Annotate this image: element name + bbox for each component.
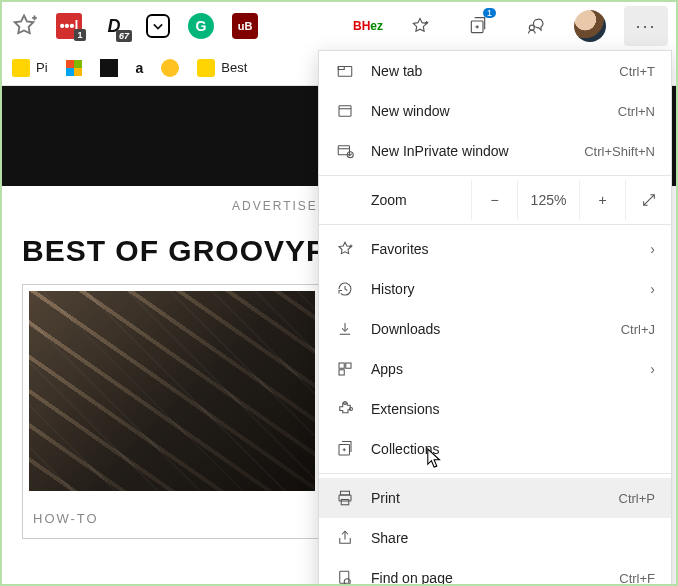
bookmark-dark-icon — [100, 59, 118, 77]
settings-and-more-button[interactable]: ··· — [624, 6, 668, 46]
menu-downloads-shortcut: Ctrl+J — [621, 322, 655, 337]
menu-inprivate[interactable]: New InPrivate window Ctrl+Shift+N — [319, 131, 671, 171]
menu-new-tab[interactable]: New tab Ctrl+T — [319, 51, 671, 91]
bookmark-best-label: Best — [221, 60, 247, 75]
menu-new-tab-label: New tab — [371, 63, 603, 79]
collections-icon — [335, 439, 355, 459]
menu-print-label: Print — [371, 490, 603, 506]
menu-find-shortcut: Ctrl+F — [619, 571, 655, 586]
add-extension-icon[interactable] — [10, 12, 38, 40]
fullscreen-button[interactable] — [625, 180, 671, 220]
bookmark-amazon[interactable]: a — [136, 60, 144, 76]
chevron-right-icon: › — [643, 361, 655, 377]
menu-separator-1 — [319, 175, 671, 176]
svg-rect-15 — [341, 500, 349, 505]
browser-toolbar: •••| 1 D 67 G uB BH ez 1 ··· — [2, 2, 676, 50]
menu-favorites-label: Favorites — [371, 241, 627, 257]
menu-share[interactable]: Share — [319, 518, 671, 558]
svg-rect-4 — [339, 106, 351, 117]
bookmark-pi-label: Pi — [36, 60, 48, 75]
svg-rect-2 — [338, 67, 352, 77]
collections-badge: 1 — [483, 8, 496, 18]
menu-separator-3 — [319, 473, 671, 474]
amazon-icon: a — [136, 60, 144, 76]
zoom-value: 125% — [517, 180, 579, 220]
article-card[interactable]: HOW-TO — [22, 284, 322, 539]
microsoft-icon — [66, 60, 82, 76]
bookmark-microsoft[interactable] — [66, 60, 82, 76]
svg-rect-7 — [339, 363, 344, 368]
ext-g-label: G — [196, 18, 207, 34]
bookmark-best-icon — [197, 59, 215, 77]
bookmark-pi[interactable]: Pi — [12, 59, 48, 77]
share-icon — [335, 528, 355, 548]
zoom-in-button[interactable]: + — [579, 180, 625, 220]
menu-share-label: Share — [371, 530, 655, 546]
bookmark-pi-icon — [12, 59, 30, 77]
menu-find-on-page[interactable]: Find on page Ctrl+F — [319, 558, 671, 586]
svg-point-1 — [529, 25, 534, 30]
profile-avatar[interactable] — [574, 10, 606, 42]
extensions-icon — [335, 399, 355, 419]
chevron-right-icon: › — [643, 281, 655, 297]
extension-d-icon[interactable]: D 67 — [100, 12, 128, 40]
menu-extensions-label: Extensions — [371, 401, 655, 417]
menu-extensions[interactable]: Extensions — [319, 389, 671, 429]
inprivate-icon — [335, 141, 355, 161]
bookmark-best[interactable]: Best — [197, 59, 247, 77]
favorites-icon — [335, 239, 355, 259]
menu-downloads-label: Downloads — [371, 321, 605, 337]
badge-67: 67 — [116, 30, 132, 42]
extension-ublock-icon[interactable]: uB — [232, 13, 258, 39]
find-icon — [335, 568, 355, 586]
zoom-label: Zoom — [371, 192, 471, 208]
collections-toolbar-icon[interactable]: 1 — [458, 6, 498, 46]
extension-lastpass-icon[interactable]: •••| 1 — [56, 13, 82, 39]
svg-point-11 — [350, 408, 353, 411]
howto-label: HOW-TO — [29, 491, 315, 532]
svg-rect-3 — [338, 67, 344, 70]
extension-pocket-icon[interactable] — [146, 14, 170, 38]
menu-collections[interactable]: Collections — [319, 429, 671, 469]
svg-point-17 — [344, 579, 350, 585]
menu-history[interactable]: History › — [319, 269, 671, 309]
settings-menu: New tab Ctrl+T New window Ctrl+N New InP… — [318, 50, 672, 586]
chevron-right-icon: › — [643, 241, 655, 257]
menu-print[interactable]: Print Ctrl+P — [319, 478, 671, 518]
feedback-icon[interactable] — [516, 6, 556, 46]
walmart-icon — [161, 59, 179, 77]
bookmark-walmart[interactable] — [161, 59, 179, 77]
favorites-star-icon[interactable] — [400, 6, 440, 46]
menu-inprivate-label: New InPrivate window — [371, 143, 568, 159]
zoom-out-button[interactable]: − — [471, 180, 517, 220]
keyboard-image — [29, 291, 315, 491]
menu-collections-label: Collections — [371, 441, 655, 457]
new-tab-icon — [335, 61, 355, 81]
history-icon — [335, 279, 355, 299]
extension-bhez-icon[interactable]: BH ez — [354, 12, 382, 40]
menu-favorites[interactable]: Favorites › — [319, 229, 671, 269]
menu-new-window-shortcut: Ctrl+N — [618, 104, 655, 119]
menu-print-shortcut: Ctrl+P — [619, 491, 655, 506]
menu-apps[interactable]: Apps › — [319, 349, 671, 389]
bookmark-dark[interactable] — [100, 59, 118, 77]
bhez-l2: ez — [370, 21, 383, 31]
menu-separator-2 — [319, 224, 671, 225]
svg-rect-8 — [346, 363, 351, 368]
svg-rect-9 — [339, 370, 344, 375]
extension-grammarly-icon[interactable]: G — [188, 13, 214, 39]
menu-find-label: Find on page — [371, 570, 603, 586]
badge-1: 1 — [74, 29, 86, 41]
menu-new-window[interactable]: New window Ctrl+N — [319, 91, 671, 131]
menu-new-tab-shortcut: Ctrl+T — [619, 64, 655, 79]
svg-rect-13 — [341, 491, 350, 495]
menu-downloads[interactable]: Downloads Ctrl+J — [319, 309, 671, 349]
bhez-l1: BH — [353, 21, 370, 31]
menu-zoom-row: Zoom − 125% + — [319, 180, 671, 220]
menu-history-label: History — [371, 281, 627, 297]
apps-icon — [335, 359, 355, 379]
ext-ub-label: uB — [238, 20, 253, 32]
new-window-icon — [335, 101, 355, 121]
menu-apps-label: Apps — [371, 361, 627, 377]
downloads-icon — [335, 319, 355, 339]
